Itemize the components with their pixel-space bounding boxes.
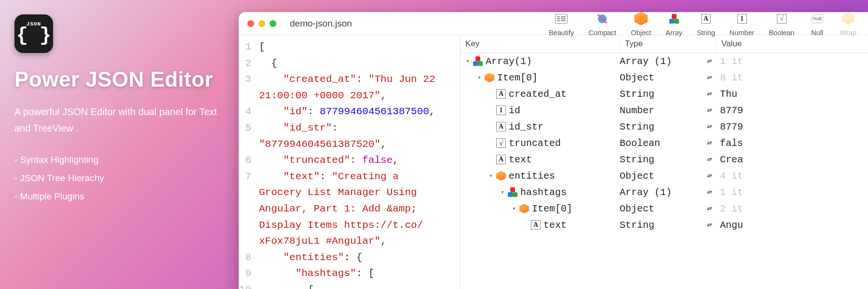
type-stepper-icon[interactable]: ▲▼ bbox=[707, 75, 711, 80]
window-title: demo-json.json bbox=[290, 18, 352, 29]
code-editor[interactable]: 123 45 67 8910 [ { "created_at": "Thu Ju… bbox=[239, 35, 461, 289]
tree-row[interactable]: ▾entities Object ▲▼ 4 it bbox=[461, 168, 868, 184]
beautify-icon bbox=[553, 12, 570, 27]
tree-key: hashtags bbox=[520, 187, 567, 198]
string-icon: A bbox=[496, 155, 506, 164]
tree-value[interactable]: Crea bbox=[716, 154, 868, 165]
tree-row[interactable]: ▾Item[0] Object ▲▼ 8 it bbox=[461, 69, 868, 86]
disclosure-icon[interactable]: ▾ bbox=[464, 57, 471, 65]
tree-key: created_at bbox=[509, 89, 567, 100]
tree-value[interactable]: 8779 bbox=[716, 121, 868, 132]
null-button[interactable]: Null Null bbox=[809, 12, 826, 37]
tree-row[interactable]: ▾Item[0] Object ▲▼ 2 it bbox=[461, 200, 868, 217]
maximize-icon[interactable] bbox=[270, 20, 276, 27]
tree-row[interactable]: ▾Aid_str String ▲▼ 8779 bbox=[461, 118, 868, 135]
tree-value[interactable]: Thu bbox=[716, 89, 868, 100]
col-value[interactable]: Value bbox=[716, 35, 868, 53]
promo-title: Power JSON Editor bbox=[14, 67, 227, 92]
disclosure-icon[interactable]: ▾ bbox=[488, 172, 494, 180]
tree-value[interactable]: 1 it bbox=[716, 56, 868, 67]
array-button[interactable]: Array bbox=[665, 12, 682, 37]
type-stepper-icon[interactable]: ▲▼ bbox=[707, 124, 711, 130]
array-icon bbox=[508, 187, 517, 197]
disclosure-icon[interactable]: ▾ bbox=[499, 188, 506, 196]
null-icon: Null bbox=[809, 12, 826, 27]
wrap-button[interactable]: Wrap bbox=[840, 12, 856, 37]
string-icon: A bbox=[496, 122, 506, 131]
code-text[interactable]: [ { "created_at": "Thu Jun 22 21:00:00 +… bbox=[255, 35, 460, 289]
tree-type: String bbox=[620, 89, 654, 100]
promo-features: - Syntax Highlighting - JSON Tree Hierac… bbox=[14, 151, 227, 206]
boolean-icon: √ bbox=[773, 12, 790, 27]
type-stepper-icon[interactable]: ▲▼ bbox=[707, 91, 711, 97]
type-stepper-icon[interactable]: ▲▼ bbox=[707, 222, 711, 228]
tree-row[interactable]: ▾Atext String ▲▼ Angu bbox=[461, 217, 868, 233]
type-stepper-icon[interactable]: ▲▼ bbox=[707, 206, 711, 211]
toolbar: Beautify Compact Object Array A bbox=[549, 12, 859, 37]
feature-item: - Syntax Highlighting bbox=[14, 151, 227, 169]
string-button[interactable]: A String bbox=[697, 12, 715, 37]
tree-row[interactable]: ▾Atext String ▲▼ Crea bbox=[461, 151, 868, 168]
tree-type: Number bbox=[620, 105, 654, 116]
type-stepper-icon[interactable]: ▲▼ bbox=[707, 173, 711, 179]
tree-row[interactable]: ▾√truncated Boolean ▲▼ fals bbox=[461, 135, 868, 151]
tree-key: Item[0] bbox=[497, 72, 538, 83]
object-icon bbox=[496, 171, 506, 181]
compact-icon bbox=[594, 12, 610, 27]
tree-value[interactable]: 8779 bbox=[716, 105, 868, 116]
close-icon[interactable] bbox=[247, 20, 254, 27]
array-icon bbox=[473, 56, 483, 66]
braces-icon: { } bbox=[16, 26, 51, 46]
app-icon-label: JSON bbox=[27, 21, 41, 27]
number-icon: 1 bbox=[734, 12, 750, 27]
string-icon: A bbox=[496, 89, 506, 99]
type-stepper-icon[interactable]: ▲▼ bbox=[707, 157, 711, 162]
object-icon bbox=[519, 204, 529, 213]
tree-type: Array (1) bbox=[620, 187, 672, 198]
tree-key: truncated bbox=[509, 138, 561, 149]
tree-row[interactable]: ▾Array(1) Array (1) ▲▼ 1 it bbox=[461, 53, 868, 69]
feature-item: - Multiple Plugins bbox=[14, 187, 227, 206]
tree-row[interactable]: ▾1id Number ▲▼ 8779 bbox=[461, 102, 868, 118]
minimize-icon[interactable] bbox=[258, 20, 265, 27]
app-window: demo-json.json Beautify Compact Object bbox=[239, 12, 868, 289]
tree-value[interactable]: Angu bbox=[716, 220, 868, 231]
traffic-lights bbox=[247, 20, 276, 27]
object-icon bbox=[485, 73, 494, 82]
tree-key: Item[0] bbox=[532, 203, 572, 214]
string-icon: A bbox=[531, 220, 541, 230]
tree-rows: ▾Array(1) Array (1) ▲▼ 1 it ▾Item[0] Obj… bbox=[461, 53, 868, 289]
disclosure-icon[interactable]: ▾ bbox=[476, 74, 483, 81]
compact-button[interactable]: Compact bbox=[588, 12, 616, 37]
tree-type: Array (1) bbox=[620, 56, 672, 67]
type-stepper-icon[interactable]: ▲▼ bbox=[707, 107, 711, 113]
promo-panel: JSON { } Power JSON Editor A powerful JS… bbox=[14, 14, 227, 206]
feature-item: - JSON Tree Hierachy bbox=[14, 169, 227, 187]
tree-value[interactable]: 1 it bbox=[716, 187, 868, 198]
type-stepper-icon[interactable]: ▲▼ bbox=[707, 140, 711, 146]
number-icon: 1 bbox=[496, 105, 506, 115]
disclosure-icon[interactable]: ▾ bbox=[511, 205, 517, 212]
type-stepper-icon[interactable]: ▲▼ bbox=[707, 189, 711, 195]
tree-type: String bbox=[620, 220, 654, 231]
tree-row[interactable]: ▾hashtags Array (1) ▲▼ 1 it bbox=[461, 184, 868, 200]
tree-key: text bbox=[543, 220, 567, 231]
col-key[interactable]: Key bbox=[461, 35, 620, 53]
beautify-button[interactable]: Beautify bbox=[549, 12, 574, 37]
tree-row[interactable]: ▾Acreated_at String ▲▼ Thu bbox=[461, 86, 868, 102]
number-button[interactable]: 1 Number bbox=[730, 12, 755, 37]
tree-value[interactable]: 2 it bbox=[716, 203, 868, 214]
tree-key: entities bbox=[509, 171, 555, 182]
tree-value[interactable]: 4 it bbox=[716, 171, 868, 182]
tree-type: String bbox=[620, 154, 654, 165]
tree-value[interactable]: fals bbox=[716, 138, 868, 149]
line-gutter: 123 45 67 8910 bbox=[239, 35, 255, 289]
object-button[interactable]: Object bbox=[631, 12, 651, 37]
tree-value[interactable]: 8 it bbox=[716, 72, 868, 83]
array-icon bbox=[666, 12, 682, 27]
boolean-button[interactable]: √ Boolean bbox=[769, 12, 794, 37]
col-type[interactable]: Type bbox=[620, 35, 716, 53]
type-stepper-icon[interactable]: ▲▼ bbox=[707, 58, 711, 64]
tree-type: Object bbox=[620, 72, 654, 83]
tree-type: Boolean bbox=[620, 138, 660, 149]
